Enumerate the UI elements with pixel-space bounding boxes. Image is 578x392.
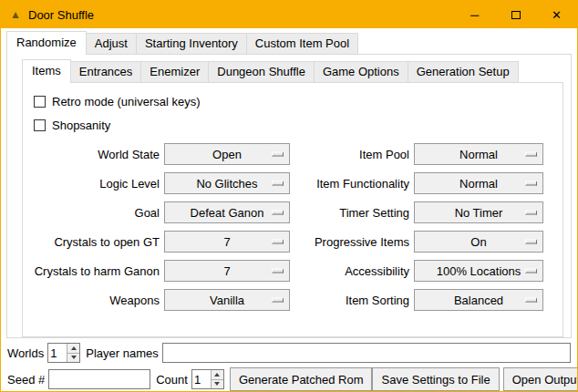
dropdown-indicator-icon xyxy=(272,240,284,244)
item-sorting-label: Item Sorting xyxy=(294,294,409,307)
dropdown-indicator-icon xyxy=(272,181,284,186)
count-input[interactable] xyxy=(192,370,211,388)
dropdown-indicator-icon xyxy=(272,211,284,215)
randomize-pane: Items Entrances Enemizer Dungeon Shuffle… xyxy=(6,54,572,338)
weapons-label: Weapons xyxy=(32,294,160,307)
dropdown-indicator-icon xyxy=(525,240,537,244)
item-pool-label: Item Pool xyxy=(294,148,409,161)
tab-generation-setup[interactable]: Generation Setup xyxy=(408,61,519,82)
item-pool-dropdown[interactable]: Normal xyxy=(414,143,543,165)
progressive-items-label: Progressive Items xyxy=(294,235,409,249)
arrow-down-icon xyxy=(71,356,77,359)
item-functionality-label: Item Functionality xyxy=(294,177,409,191)
tab-items[interactable]: Items xyxy=(22,59,71,83)
tab-starting-inventory[interactable]: Starting Inventory xyxy=(136,33,247,54)
window-controls: ─ ✕ xyxy=(454,1,577,28)
maximize-button[interactable] xyxy=(495,1,536,28)
world-state-label: World State xyxy=(32,148,160,161)
logic-level-dropdown[interactable]: No Glitches xyxy=(164,172,290,194)
retro-mode-checkbox[interactable]: Retro mode (universal keys) xyxy=(34,94,563,108)
tab-game-options[interactable]: Game Options xyxy=(314,61,408,82)
dropdown-indicator-icon xyxy=(525,152,537,157)
timer-setting-label: Timer Setting xyxy=(294,206,409,220)
worlds-row: Worlds Player names xyxy=(7,343,571,363)
tab-dungeon-shuffle[interactable]: Dungeon Shuffle xyxy=(208,61,315,82)
seed-label: Seed # xyxy=(7,373,45,387)
window-title: Door Shuffle xyxy=(28,8,94,22)
crystals-open-gt-label: Crystals to open GT xyxy=(32,235,160,249)
dropdown-indicator-icon xyxy=(272,298,284,303)
app-icon[interactable]: ▲ xyxy=(8,8,23,21)
worlds-spin-down-button[interactable] xyxy=(67,353,79,363)
tab-enemizer[interactable]: Enemizer xyxy=(140,61,209,82)
item-sorting-dropdown[interactable]: Balanced xyxy=(414,289,543,311)
maximize-icon xyxy=(511,11,521,19)
dropdown-indicator-icon xyxy=(525,181,537,186)
open-output-directory-button[interactable]: Open Output Directory xyxy=(503,367,578,391)
inner-tab-bar: Items Entrances Enemizer Dungeon Shuffle… xyxy=(22,59,571,82)
dropdown-indicator-icon xyxy=(525,298,537,303)
player-names-label: Player names xyxy=(86,346,158,360)
tab-entrances[interactable]: Entrances xyxy=(70,61,142,82)
worlds-label: Worlds xyxy=(7,346,44,360)
checkbox-label: Retro mode (universal keys) xyxy=(52,95,201,108)
world-state-dropdown[interactable]: Open xyxy=(164,143,290,165)
logic-level-label: Logic Level xyxy=(32,177,160,191)
option-fields: World State Open Item Pool Normal Logic … xyxy=(23,143,563,311)
generate-patched-rom-button[interactable]: Generate Patched Rom xyxy=(230,367,373,391)
close-icon: ✕ xyxy=(552,8,562,22)
crystals-harm-ganon-dropdown[interactable]: 7 xyxy=(164,260,290,282)
dropdown-indicator-icon xyxy=(272,269,284,273)
count-spinner xyxy=(191,369,224,389)
count-label: Count xyxy=(156,373,188,387)
footer: Worlds Player names Seed # Count xyxy=(1,343,577,391)
items-pane: Retro mode (universal keys) Shopsanity W… xyxy=(22,82,563,337)
crystals-open-gt-dropdown[interactable]: 7 xyxy=(164,231,290,253)
tab-custom-item-pool[interactable]: Custom Item Pool xyxy=(246,33,358,54)
door-shuffle-window: ▲ Door Shuffle ─ ✕ Randomize Adjust Star… xyxy=(0,0,578,392)
worlds-input[interactable] xyxy=(48,344,67,362)
worlds-spin-up-button[interactable] xyxy=(67,344,79,353)
minimize-button[interactable]: ─ xyxy=(454,1,495,28)
titlebar[interactable]: ▲ Door Shuffle ─ ✕ xyxy=(1,1,577,28)
tab-randomize[interactable]: Randomize xyxy=(6,31,87,55)
dropdown-indicator-icon xyxy=(272,152,284,157)
seed-row: Seed # Count Generate Patched Rom Save S… xyxy=(7,367,571,391)
checkbox-icon xyxy=(34,96,46,108)
weapons-dropdown[interactable]: Vanilla xyxy=(164,289,290,311)
shopsanity-checkbox[interactable]: Shopsanity xyxy=(34,118,563,132)
dropdown-indicator-icon xyxy=(525,269,537,273)
dropdown-indicator-icon xyxy=(525,211,537,215)
checkbox-label: Shopsanity xyxy=(52,119,110,132)
accessibility-label: Accessibility xyxy=(294,264,409,278)
arrow-down-icon xyxy=(214,382,220,386)
goal-label: Goal xyxy=(32,206,160,220)
arrow-up-icon xyxy=(71,346,77,350)
minimize-icon: ─ xyxy=(470,8,479,22)
close-button[interactable]: ✕ xyxy=(536,1,577,28)
goal-dropdown[interactable]: Defeat Ganon xyxy=(164,201,290,223)
save-settings-button[interactable]: Save Settings to File xyxy=(372,367,499,391)
arrow-up-icon xyxy=(214,373,220,377)
crystals-harm-ganon-label: Crystals to harm Ganon xyxy=(32,264,160,278)
seed-input[interactable] xyxy=(48,369,150,389)
player-names-input[interactable] xyxy=(162,343,571,363)
count-spin-up-button[interactable] xyxy=(212,370,223,379)
item-functionality-dropdown[interactable]: Normal xyxy=(414,172,543,194)
accessibility-dropdown[interactable]: 100% Locations xyxy=(414,260,543,282)
worlds-spinner xyxy=(47,343,80,363)
outer-tab-bar: Randomize Adjust Starting Inventory Cust… xyxy=(6,31,577,54)
count-spin-down-button[interactable] xyxy=(212,379,223,389)
tab-adjust[interactable]: Adjust xyxy=(86,33,137,54)
checkbox-icon xyxy=(34,119,46,131)
progressive-items-dropdown[interactable]: On xyxy=(414,231,543,253)
timer-setting-dropdown[interactable]: No Timer xyxy=(414,201,543,223)
